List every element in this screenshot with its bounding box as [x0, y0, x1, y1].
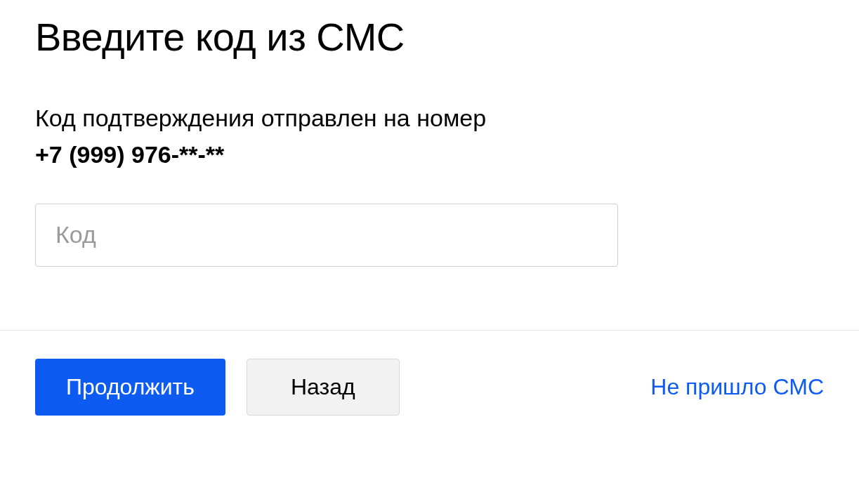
no-sms-link[interactable]: Не пришло СМС [650, 374, 824, 400]
code-input[interactable] [35, 204, 618, 267]
phone-number: +7 (999) 976-**-** [35, 141, 824, 168]
description-text: Код подтверждения отправлен на номер [35, 102, 824, 135]
back-button[interactable]: Назад [247, 359, 400, 416]
page-title: Введите код из СМС [35, 14, 824, 60]
continue-button[interactable]: Продолжить [35, 359, 225, 416]
footer: Продолжить Назад Не пришло СМС [0, 331, 859, 416]
